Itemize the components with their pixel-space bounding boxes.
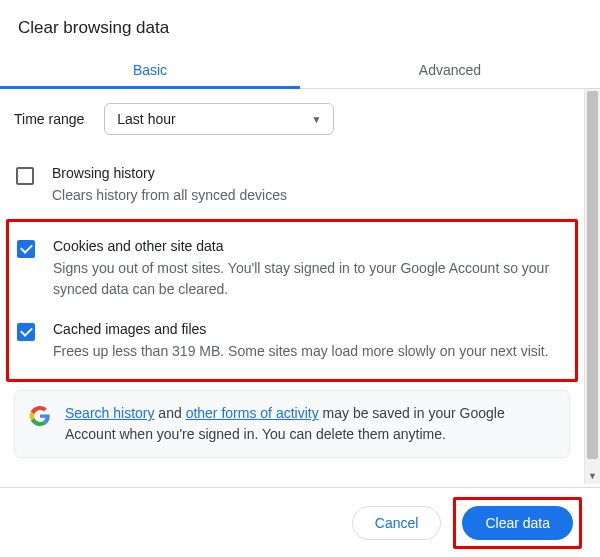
info-text: Search history and other forms of activi… bbox=[65, 403, 555, 445]
item-title: Cookies and other site data bbox=[53, 238, 567, 254]
link-other-activity[interactable]: other forms of activity bbox=[186, 405, 319, 421]
item-title: Cached images and files bbox=[53, 321, 567, 337]
checkbox-cookies[interactable] bbox=[17, 240, 35, 258]
dialog-footer: Cancel Clear data bbox=[0, 487, 600, 557]
checkbox-cache[interactable] bbox=[17, 323, 35, 341]
tab-advanced[interactable]: Advanced bbox=[300, 50, 600, 88]
google-icon bbox=[29, 405, 51, 427]
dialog-title: Clear browsing data bbox=[0, 0, 600, 50]
highlight-box-clear: Clear data bbox=[453, 497, 582, 549]
content: Time range Last hour ▼ Browsing history … bbox=[0, 89, 584, 468]
item-text: Cached images and files Frees up less th… bbox=[53, 321, 567, 361]
chevron-down-icon: ▼ bbox=[311, 114, 321, 125]
cancel-button-label: Cancel bbox=[375, 515, 419, 531]
tab-basic-label: Basic bbox=[133, 62, 167, 78]
item-text: Browsing history Clears history from all… bbox=[52, 165, 568, 205]
scrollbar-track[interactable]: ▼ bbox=[584, 89, 600, 484]
time-range-label: Time range bbox=[14, 111, 84, 127]
time-range-value: Last hour bbox=[117, 111, 175, 127]
item-desc: Clears history from all synced devices bbox=[52, 185, 568, 205]
link-search-history[interactable]: Search history bbox=[65, 405, 154, 421]
item-desc: Frees up less than 319 MB. Some sites ma… bbox=[53, 341, 567, 361]
tab-advanced-label: Advanced bbox=[419, 62, 481, 78]
tab-bar: Basic Advanced bbox=[0, 50, 600, 89]
tab-basic[interactable]: Basic bbox=[0, 50, 300, 88]
item-browsing-history: Browsing history Clears history from all… bbox=[14, 157, 570, 219]
scrollbar-arrow-down-icon[interactable]: ▼ bbox=[585, 468, 600, 484]
time-range-select[interactable]: Last hour ▼ bbox=[104, 103, 334, 135]
item-cache: Cached images and files Frees up less th… bbox=[15, 313, 569, 375]
item-title: Browsing history bbox=[52, 165, 568, 181]
info-mid: and bbox=[154, 405, 185, 421]
item-desc: Signs you out of most sites. You'll stay… bbox=[53, 258, 567, 299]
google-account-info: Search history and other forms of activi… bbox=[14, 390, 570, 458]
clear-data-button[interactable]: Clear data bbox=[462, 506, 573, 540]
time-range-row: Time range Last hour ▼ bbox=[14, 103, 570, 135]
highlight-box-items: Cookies and other site data Signs you ou… bbox=[6, 219, 578, 382]
clear-data-button-label: Clear data bbox=[485, 515, 550, 531]
item-cookies: Cookies and other site data Signs you ou… bbox=[15, 230, 569, 313]
item-text: Cookies and other site data Signs you ou… bbox=[53, 238, 567, 299]
scrollbar-thumb[interactable] bbox=[587, 91, 598, 459]
checkbox-browsing-history[interactable] bbox=[16, 167, 34, 185]
scroll-area: Time range Last hour ▼ Browsing history … bbox=[0, 89, 600, 484]
clear-browsing-data-dialog: Clear browsing data Basic Advanced Time … bbox=[0, 0, 600, 557]
cancel-button[interactable]: Cancel bbox=[352, 506, 442, 540]
